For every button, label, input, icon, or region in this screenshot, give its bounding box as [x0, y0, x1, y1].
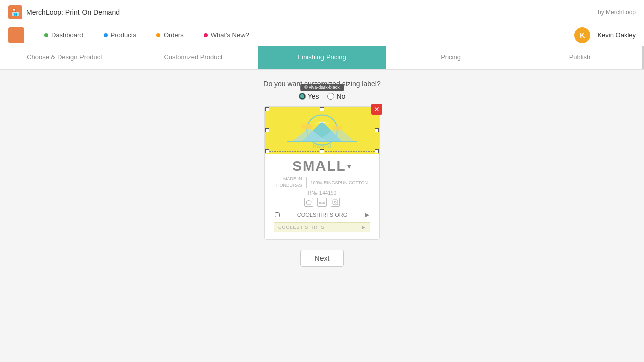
website-arrow-icon: ▶: [365, 211, 369, 218]
website-checkbox[interactable]: [275, 212, 280, 217]
handle-bl[interactable]: [265, 149, 269, 153]
label-image-area: HANTU: [265, 107, 379, 154]
user-name: Kevin Oakley: [597, 31, 636, 39]
svg-rect-9: [333, 200, 338, 205]
whatsnew-dot-icon: [204, 33, 208, 37]
svg-point-6: [332, 126, 342, 131]
nav-dashboard-label: Dashboard: [51, 31, 84, 39]
svg-point-10: [334, 201, 336, 203]
radio-no-label: No: [336, 92, 345, 100]
step-finishing-pricing[interactable]: Finishing Pricing: [258, 46, 386, 69]
nav-products-label: Products: [111, 31, 136, 39]
top-bar: 🏪 MerchLoop: Print On Demand by MerchLoo…: [0, 0, 644, 24]
nav-orders-label: Orders: [164, 31, 184, 39]
size-arrow-icon: ▾: [347, 162, 352, 170]
brand-arrow-icon: ▶: [362, 225, 366, 230]
brand-row: COOLEST SHIRTS ▶: [274, 222, 370, 232]
dry-icon: [331, 198, 340, 207]
step-choose-design[interactable]: Choose & Design Product: [0, 46, 129, 69]
radio-yes-option[interactable]: Yes: [299, 92, 319, 100]
app-brand: 🏪 MerchLoop: Print On Demand: [8, 5, 120, 19]
nav-logo-icon: [8, 27, 24, 43]
size-display: SMALL ▾: [271, 158, 373, 174]
nav-item-orders[interactable]: Orders: [152, 29, 188, 41]
orders-dot-icon: [156, 33, 160, 37]
handle-mr[interactable]: [375, 128, 379, 132]
nav-item-whats-new[interactable]: What's New?: [200, 29, 253, 41]
made-in-text: MADE INHONDURAS: [276, 176, 302, 188]
next-button[interactable]: Next: [300, 250, 344, 267]
nav-whatsnew-label: What's New?: [211, 31, 249, 39]
radio-no-option[interactable]: No: [327, 92, 345, 100]
size-text: SMALL: [292, 158, 346, 174]
avatar: K: [574, 27, 590, 43]
iron-icon: [317, 198, 327, 207]
step-publish[interactable]: Publish: [515, 46, 644, 69]
handle-ml[interactable]: [265, 128, 269, 132]
scrollbar[interactable]: [642, 46, 644, 69]
step-pricing[interactable]: Pricing: [386, 46, 515, 69]
nav-bar: Dashboard Products Orders What's New? K …: [0, 24, 644, 46]
rn-number: RN# 144190: [271, 190, 373, 196]
handle-tl[interactable]: [265, 107, 269, 111]
svg-point-5: [301, 124, 313, 130]
close-button[interactable]: ✕: [371, 104, 382, 115]
made-in-divider: [306, 177, 307, 188]
steps-bar: Choose & Design Product Customized Produ…: [0, 46, 644, 70]
app-logo-icon: 🏪: [8, 5, 22, 19]
care-icons-row: [271, 198, 373, 207]
website-row: COOLSHIRTS.ORG ▶: [271, 209, 373, 220]
made-in-row: MADE INHONDURAS 100% RINGSPUN COTTON: [271, 176, 373, 188]
app-by-label: by MerchLoop: [598, 9, 636, 16]
products-dot-icon: [104, 33, 108, 37]
website-text: COOLSHIRTS.ORG: [297, 212, 347, 218]
label-art-svg: HANTU: [272, 109, 372, 152]
app-title: MerchLoop: Print On Demand: [26, 8, 120, 16]
radio-yes-label: Yes: [308, 92, 319, 100]
dashboard-dot-icon: [44, 33, 48, 37]
radio-no-input[interactable]: [327, 93, 334, 100]
main-content: © viva-dark-black Do you want customized…: [0, 70, 644, 362]
wash-icon: [304, 198, 313, 207]
nav-item-dashboard[interactable]: Dashboard: [40, 29, 88, 41]
svg-text:HANTU: HANTU: [313, 144, 331, 149]
radio-group: Yes No: [263, 92, 380, 100]
handle-br[interactable]: [375, 149, 379, 153]
step-customized-product[interactable]: Customized Product: [129, 46, 258, 69]
label-card: ✕ HANTU: [264, 106, 380, 240]
nav-item-products[interactable]: Products: [100, 29, 140, 41]
brand-text: COOLEST SHIRTS: [278, 225, 325, 230]
label-content: SMALL ▾ MADE INHONDURAS 100% RINGSPUN CO…: [265, 154, 379, 239]
radio-yes-input[interactable]: [299, 93, 306, 100]
cotton-text: 100% RINGSPUN COTTON: [311, 180, 368, 185]
tag-indicator: © viva-dark-black: [300, 84, 344, 91]
